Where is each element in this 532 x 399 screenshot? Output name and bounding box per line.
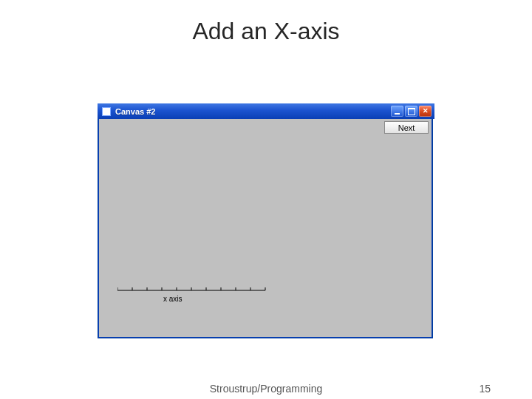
slide: Add an X-axis Canvas #2 Next x axis Stro… xyxy=(0,0,532,399)
x-axis: x axis xyxy=(117,284,280,303)
window-buttons xyxy=(391,106,432,117)
canvas-window: Canvas #2 Next x axis xyxy=(98,103,433,338)
minimize-button[interactable] xyxy=(391,106,403,117)
window-titlebar[interactable]: Canvas #2 xyxy=(98,103,434,119)
page-number: 15 xyxy=(479,383,491,395)
x-axis-line xyxy=(117,284,280,293)
window-title: Canvas #2 xyxy=(115,107,155,116)
slide-title: Add an X-axis xyxy=(0,0,532,45)
app-icon xyxy=(102,107,111,116)
next-button[interactable]: Next xyxy=(384,121,429,134)
x-axis-label: x axis xyxy=(163,295,280,303)
footer-text: Stroustrup/Programming xyxy=(210,383,323,395)
close-button[interactable] xyxy=(419,106,432,117)
canvas-client-area: Next x axis xyxy=(100,119,431,336)
maximize-button[interactable] xyxy=(405,106,417,117)
